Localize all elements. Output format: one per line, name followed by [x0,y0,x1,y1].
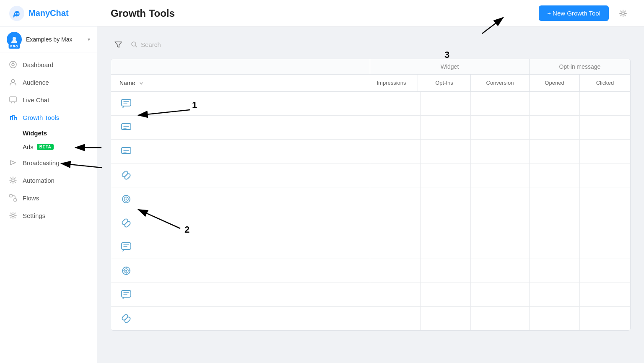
td-name-7 [111,235,370,259]
svg-rect-18 [122,99,131,106]
table-row[interactable] [111,116,630,140]
beta-badge: BETA [37,144,54,150]
th-opened: Opened [530,75,580,91]
td-conversion-3 [471,140,530,163]
td-impressions-7 [370,235,421,259]
td-clicked-5 [580,187,630,211]
subnav-widgets-label: Widgets [23,130,47,137]
manychat-logo-icon [8,5,25,22]
search-wrapper[interactable]: Search [131,41,161,48]
table-row[interactable] [111,307,630,330]
livechat-icon [8,95,18,104]
td-opened-5 [530,187,580,211]
svg-line-31 [482,27,503,34]
page-title: Growth Tools [111,8,175,19]
sidebar-item-automation[interactable]: Automation [0,171,97,189]
subnav-item-ads[interactable]: Ads BETA [23,140,97,154]
sidebar-item-flows-label: Flows [23,194,39,202]
td-impressions-1 [370,92,421,115]
logo-text: ManyChat [29,8,69,18]
table-row[interactable] [111,259,630,283]
th-impressions: Impressions [365,75,418,91]
td-conversion-10 [471,307,530,330]
data-table: Widget Opt-in message Name Impressions O… [111,59,631,331]
filter-button[interactable] [111,37,126,52]
row-icon-chat [119,97,133,110]
automation-icon [8,176,18,185]
sidebar-item-flows[interactable]: Flows [0,189,97,207]
th-widget-group-label: Widget [370,59,530,74]
table-row[interactable] [111,211,630,235]
sidebar-item-live-chat[interactable]: Live Chat [0,91,97,109]
row-icon-circle [119,192,133,206]
td-impressions-2 [370,116,421,139]
workspace-selector[interactable]: PRO Examples by Max ▾ [0,27,97,52]
svg-marker-10 [10,161,16,165]
growth-tools-subnav: Widgets Ads BETA [0,126,97,154]
td-optins-6 [421,211,471,235]
td-optins-4 [421,163,471,187]
td-clicked-9 [580,283,630,306]
svg-rect-28 [122,290,131,297]
sidebar-item-growth-tools-label: Growth Tools [23,114,59,121]
td-conversion-8 [471,259,530,283]
th-clicked: Clicked [580,75,630,91]
td-name-2 [111,116,370,139]
svg-point-3 [18,13,20,14]
th-optin-group-label: Opt-in message [530,59,630,74]
td-optins-1 [421,92,471,115]
td-conversion-9 [471,283,530,306]
sidebar-item-audience-label: Audience [23,79,49,86]
table-row[interactable] [111,235,630,259]
td-clicked-7 [580,235,630,259]
td-optins-7 [421,235,471,259]
audience-icon [8,78,18,87]
new-growth-tool-button[interactable]: + New Growth Tool [539,5,609,21]
row-icon-bar [119,121,133,134]
td-name-6 [111,211,370,235]
table-row[interactable] [111,92,630,116]
sidebar-item-growth-tools[interactable]: Growth Tools [0,109,97,126]
table-row[interactable] [111,283,630,307]
search-icon [131,41,138,48]
subnav-item-widgets[interactable]: Widgets [23,126,97,140]
td-optins-8 [421,259,471,283]
td-conversion-7 [471,235,530,259]
workspace-avatar: PRO [7,32,22,47]
table-group-header: Widget Opt-in message [111,59,630,75]
table-row[interactable] [111,187,630,211]
td-name-3 [111,140,370,163]
svg-rect-12 [10,194,12,197]
sidebar-item-broadcasting[interactable]: Broadcasting [0,154,97,171]
td-conversion-1 [471,92,530,115]
td-name-9 [111,283,370,306]
td-impressions-4 [370,163,421,187]
td-clicked-6 [580,211,630,235]
sidebar-item-audience[interactable]: Audience [0,73,97,91]
row-icon-chat2 [119,240,133,254]
main-content: Growth Tools + New Growth Tool [97,0,644,363]
td-optins-10 [421,307,471,330]
flows-icon [8,193,18,202]
sidebar-logo: ManyChat [0,0,97,27]
settings-nav-icon [8,211,18,220]
svg-point-2 [17,13,18,14]
td-clicked-4 [580,163,630,187]
th-name: Name [111,75,365,91]
td-optins-3 [421,140,471,163]
sidebar-item-settings[interactable]: Settings [0,207,97,224]
row-icon-bar2 [119,145,133,158]
td-optins-2 [421,116,471,139]
search-placeholder-text: Search [141,41,161,48]
td-clicked-2 [580,116,630,139]
table-row[interactable] [111,163,630,187]
settings-gear-button[interactable] [615,6,631,21]
svg-point-6 [12,63,14,66]
table-row[interactable] [111,140,630,163]
row-icon-link [119,169,133,182]
svg-rect-13 [14,199,16,201]
svg-point-8 [12,80,15,83]
svg-line-17 [135,46,137,47]
sidebar-item-dashboard-label: Dashboard [23,61,53,68]
sidebar-item-dashboard[interactable]: Dashboard [0,56,97,73]
